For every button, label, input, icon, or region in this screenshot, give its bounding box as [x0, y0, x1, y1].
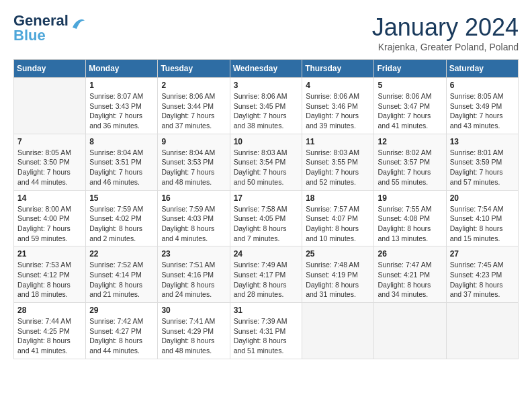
calendar-cell: 20Sunrise: 7:54 AM Sunset: 4:10 PM Dayli…: [446, 190, 518, 246]
calendar-week-3: 14Sunrise: 8:00 AM Sunset: 4:00 PM Dayli…: [14, 190, 519, 246]
day-number: 19: [378, 193, 442, 203]
title-block: January 2024 Krajenka, Greater Poland, P…: [372, 13, 519, 52]
day-info: Sunrise: 7:47 AM Sunset: 4:21 PM Dayligh…: [378, 260, 442, 300]
day-number: 5: [378, 81, 442, 90]
calendar-week-5: 28Sunrise: 7:44 AM Sunset: 4:25 PM Dayli…: [14, 303, 519, 359]
day-number: 30: [161, 306, 226, 315]
calendar-cell: 27Sunrise: 7:45 AM Sunset: 4:23 PM Dayli…: [446, 246, 518, 303]
calendar-cell: 17Sunrise: 7:58 AM Sunset: 4:05 PM Dayli…: [230, 190, 302, 246]
day-number: 9: [161, 137, 226, 146]
day-info: Sunrise: 7:41 AM Sunset: 4:29 PM Dayligh…: [161, 316, 226, 356]
day-number: 20: [450, 193, 515, 203]
day-info: Sunrise: 8:05 AM Sunset: 3:50 PM Dayligh…: [17, 148, 82, 187]
logo: General Blue: [13, 13, 86, 43]
day-number: 17: [234, 193, 299, 203]
day-number: 28: [17, 306, 82, 315]
day-info: Sunrise: 7:42 AM Sunset: 4:27 PM Dayligh…: [89, 316, 154, 356]
weekday-header-wednesday: Wednesday: [230, 60, 302, 78]
page-header: General Blue January 2024 Krajenka, Grea…: [13, 13, 519, 52]
calendar-cell: 1Sunrise: 8:07 AM Sunset: 3:43 PM Daylig…: [86, 78, 158, 134]
day-info: Sunrise: 8:03 AM Sunset: 3:54 PM Dayligh…: [234, 148, 299, 187]
day-info: Sunrise: 7:58 AM Sunset: 4:05 PM Dayligh…: [234, 204, 299, 244]
day-number: 22: [89, 249, 154, 259]
weekday-header-friday: Friday: [374, 60, 446, 78]
day-number: 6: [450, 81, 515, 90]
calendar-cell: 16Sunrise: 7:59 AM Sunset: 4:03 PM Dayli…: [158, 190, 230, 246]
day-info: Sunrise: 8:05 AM Sunset: 3:49 PM Dayligh…: [450, 91, 515, 131]
calendar-cell: 7Sunrise: 8:05 AM Sunset: 3:50 PM Daylig…: [14, 134, 86, 190]
calendar-cell: [14, 78, 86, 134]
calendar-cell: 8Sunrise: 8:04 AM Sunset: 3:51 PM Daylig…: [86, 134, 158, 190]
month-title: January 2024: [372, 13, 519, 42]
day-info: Sunrise: 7:59 AM Sunset: 4:02 PM Dayligh…: [89, 204, 154, 244]
day-number: 15: [89, 193, 154, 203]
day-number: 1: [89, 81, 154, 90]
calendar-cell: 13Sunrise: 8:01 AM Sunset: 3:59 PM Dayli…: [446, 134, 518, 190]
day-info: Sunrise: 8:06 AM Sunset: 3:46 PM Dayligh…: [306, 91, 370, 131]
calendar-cell: 2Sunrise: 8:06 AM Sunset: 3:44 PM Daylig…: [158, 78, 230, 134]
calendar-cell: 10Sunrise: 8:03 AM Sunset: 3:54 PM Dayli…: [230, 134, 302, 190]
day-info: Sunrise: 7:57 AM Sunset: 4:07 PM Dayligh…: [306, 204, 370, 244]
weekday-header-thursday: Thursday: [302, 60, 374, 78]
day-number: 3: [234, 81, 299, 90]
day-info: Sunrise: 8:03 AM Sunset: 3:55 PM Dayligh…: [306, 148, 370, 187]
day-info: Sunrise: 8:01 AM Sunset: 3:59 PM Dayligh…: [450, 148, 515, 187]
calendar-cell: 6Sunrise: 8:05 AM Sunset: 3:49 PM Daylig…: [446, 78, 518, 134]
logo-blue: Blue: [13, 28, 69, 43]
calendar-week-2: 7Sunrise: 8:05 AM Sunset: 3:50 PM Daylig…: [14, 134, 519, 190]
day-info: Sunrise: 7:51 AM Sunset: 4:16 PM Dayligh…: [161, 260, 226, 300]
day-info: Sunrise: 8:04 AM Sunset: 3:53 PM Dayligh…: [161, 148, 226, 187]
day-number: 2: [161, 81, 226, 90]
day-info: Sunrise: 7:39 AM Sunset: 4:31 PM Dayligh…: [234, 316, 299, 356]
day-info: Sunrise: 8:06 AM Sunset: 3:47 PM Dayligh…: [378, 91, 442, 131]
day-number: 26: [378, 249, 442, 259]
day-info: Sunrise: 8:02 AM Sunset: 3:57 PM Dayligh…: [378, 148, 442, 187]
calendar-cell: 11Sunrise: 8:03 AM Sunset: 3:55 PM Dayli…: [302, 134, 374, 190]
calendar-cell: 9Sunrise: 8:04 AM Sunset: 3:53 PM Daylig…: [158, 134, 230, 190]
day-number: 8: [89, 137, 154, 146]
day-info: Sunrise: 8:00 AM Sunset: 4:00 PM Dayligh…: [17, 204, 82, 244]
day-number: 31: [234, 306, 299, 315]
day-number: 24: [234, 249, 299, 259]
calendar-cell: 31Sunrise: 7:39 AM Sunset: 4:31 PM Dayli…: [230, 303, 302, 359]
day-info: Sunrise: 8:04 AM Sunset: 3:51 PM Dayligh…: [89, 148, 154, 187]
calendar-cell: 26Sunrise: 7:47 AM Sunset: 4:21 PM Dayli…: [374, 246, 446, 303]
calendar-cell: 21Sunrise: 7:53 AM Sunset: 4:12 PM Dayli…: [14, 246, 86, 303]
calendar-cell: 22Sunrise: 7:52 AM Sunset: 4:14 PM Dayli…: [86, 246, 158, 303]
day-number: 16: [161, 193, 226, 203]
location: Krajenka, Greater Poland, Poland: [372, 42, 519, 52]
calendar-cell: 12Sunrise: 8:02 AM Sunset: 3:57 PM Dayli…: [374, 134, 446, 190]
weekday-header-monday: Monday: [86, 60, 158, 78]
calendar-week-4: 21Sunrise: 7:53 AM Sunset: 4:12 PM Dayli…: [14, 246, 519, 303]
calendar-cell: 29Sunrise: 7:42 AM Sunset: 4:27 PM Dayli…: [86, 303, 158, 359]
day-info: Sunrise: 7:45 AM Sunset: 4:23 PM Dayligh…: [450, 260, 515, 300]
day-info: Sunrise: 7:53 AM Sunset: 4:12 PM Dayligh…: [17, 260, 82, 300]
calendar-cell: 4Sunrise: 8:06 AM Sunset: 3:46 PM Daylig…: [302, 78, 374, 134]
day-info: Sunrise: 8:06 AM Sunset: 3:44 PM Dayligh…: [161, 91, 226, 131]
day-number: 12: [378, 137, 442, 146]
calendar-cell: 25Sunrise: 7:48 AM Sunset: 4:19 PM Dayli…: [302, 246, 374, 303]
weekday-header-sunday: Sunday: [14, 60, 86, 78]
weekday-header-tuesday: Tuesday: [158, 60, 230, 78]
day-info: Sunrise: 8:06 AM Sunset: 3:45 PM Dayligh…: [234, 91, 299, 131]
calendar-cell: 5Sunrise: 8:06 AM Sunset: 3:47 PM Daylig…: [374, 78, 446, 134]
day-number: 23: [161, 249, 226, 259]
day-info: Sunrise: 7:52 AM Sunset: 4:14 PM Dayligh…: [89, 260, 154, 300]
calendar-cell: 19Sunrise: 7:55 AM Sunset: 4:08 PM Dayli…: [374, 190, 446, 246]
calendar-cell: 24Sunrise: 7:49 AM Sunset: 4:17 PM Dayli…: [230, 246, 302, 303]
calendar-cell: 28Sunrise: 7:44 AM Sunset: 4:25 PM Dayli…: [14, 303, 86, 359]
day-info: Sunrise: 7:48 AM Sunset: 4:19 PM Dayligh…: [306, 260, 370, 300]
day-number: 14: [17, 193, 82, 203]
day-number: 27: [450, 249, 515, 259]
day-number: 11: [306, 137, 370, 146]
logo-general: General: [13, 13, 69, 28]
day-number: 29: [89, 306, 154, 315]
calendar-cell: [374, 303, 446, 359]
calendar-cell: 18Sunrise: 7:57 AM Sunset: 4:07 PM Dayli…: [302, 190, 374, 246]
day-info: Sunrise: 7:49 AM Sunset: 4:17 PM Dayligh…: [234, 260, 299, 300]
day-number: 25: [306, 249, 370, 259]
logo-bird-icon: [71, 18, 86, 30]
day-number: 7: [17, 137, 82, 146]
calendar-cell: 15Sunrise: 7:59 AM Sunset: 4:02 PM Dayli…: [86, 190, 158, 246]
day-info: Sunrise: 8:07 AM Sunset: 3:43 PM Dayligh…: [89, 91, 154, 131]
